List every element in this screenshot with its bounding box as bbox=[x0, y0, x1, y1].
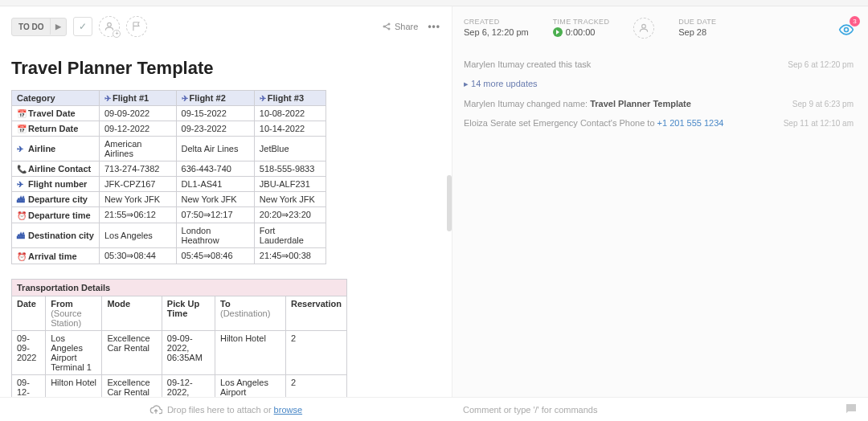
cell[interactable]: 05:30⇒08:44 bbox=[99, 248, 176, 264]
status-button[interactable]: TO DO ▶ bbox=[11, 18, 67, 36]
row-label: 📅Travel Date bbox=[12, 106, 100, 121]
cell[interactable]: 21:45⇒00:38 bbox=[254, 248, 326, 264]
table-row: 🏙Destination cityLos AngelesLondon Heath… bbox=[12, 223, 326, 248]
activity-text: Marylen Itumay changed name: Travel Plan… bbox=[464, 99, 691, 108]
activity-text: Eloiza Serate set Emergency Contact's Ph… bbox=[464, 118, 723, 128]
watch-badge: 3 bbox=[850, 16, 860, 27]
cell[interactable]: 10-08-2022 bbox=[254, 106, 326, 121]
row-label: 🏙Destination city bbox=[12, 223, 100, 248]
col-flight-1: ✈Flight #1 bbox=[99, 91, 176, 106]
cell[interactable]: 09-12-2022 bbox=[99, 121, 176, 137]
trans-title: Transportation Details bbox=[12, 280, 347, 296]
cell[interactable]: JBU-ALF231 bbox=[254, 177, 326, 192]
play-icon[interactable] bbox=[553, 27, 563, 37]
task-content-pane: TO DO ▶ ✓ + Share ••• Travel Planner Tem… bbox=[0, 6, 452, 421]
svg-point-1 bbox=[383, 26, 385, 27]
cell[interactable]: JetBlue bbox=[254, 137, 326, 161]
tracked-value: 0:00:00 bbox=[566, 27, 596, 37]
cell[interactable]: Fort Lauderdale bbox=[254, 223, 326, 248]
tracked-label: TIME TRACKED bbox=[553, 18, 609, 26]
cell[interactable]: 09-15-2022 bbox=[176, 106, 254, 121]
more-menu-button[interactable]: ••• bbox=[428, 21, 440, 32]
plane-icon: ✈ bbox=[182, 94, 188, 103]
svg-point-0 bbox=[108, 22, 112, 27]
cell[interactable]: 2 bbox=[285, 331, 346, 375]
share-button[interactable]: Share bbox=[382, 22, 418, 31]
comment-input[interactable]: Comment or type '/' for commands bbox=[452, 397, 868, 421]
cell[interactable]: 07:50⇒12:17 bbox=[176, 207, 254, 223]
cell[interactable]: Hilton Hotel bbox=[215, 331, 285, 375]
share-label: Share bbox=[395, 22, 418, 31]
cell[interactable]: 713-274-7382 bbox=[99, 161, 176, 177]
activity-timestamp: Sep 9 at 6:23 pm bbox=[792, 100, 854, 108]
cloud-upload-icon bbox=[149, 403, 162, 416]
meta-time-tracked: TIME TRACKED 0:00:00 bbox=[553, 18, 609, 37]
col-reservation: Reservation bbox=[285, 296, 346, 331]
cell[interactable]: Los Angeles bbox=[99, 223, 176, 248]
cell[interactable]: New York JFK bbox=[254, 192, 326, 207]
comment-placeholder: Comment or type '/' for commands bbox=[463, 405, 597, 415]
cell[interactable]: 21:55⇒06:12 bbox=[99, 207, 176, 223]
due-value: Sep 28 bbox=[678, 27, 716, 37]
plane-icon: ✈ bbox=[260, 94, 266, 103]
col-to: To (Destination) bbox=[215, 296, 285, 331]
cell[interactable]: 10-14-2022 bbox=[254, 121, 326, 137]
col-date: Date bbox=[12, 296, 46, 331]
cell[interactable]: 636-443-740 bbox=[176, 161, 254, 177]
priority-flag-button[interactable] bbox=[126, 16, 147, 37]
cell[interactable]: New York JFK bbox=[99, 192, 176, 207]
table-row: ⏰Arrival time05:30⇒08:4405:45⇒08:4621:45… bbox=[12, 248, 326, 264]
chat-icon bbox=[844, 402, 858, 416]
row-label: 📞Airline Contact bbox=[12, 161, 100, 177]
meta-due-date: DUE DATE Sep 28 bbox=[678, 18, 716, 37]
cell[interactable]: Excellence Car Rental bbox=[102, 331, 162, 375]
table-row: 09-09-2022Los Angeles Airport Terminal 1… bbox=[12, 331, 347, 375]
status-dropdown-arrow[interactable]: ▶ bbox=[50, 18, 66, 35]
cell[interactable]: 20:20⇒23:20 bbox=[254, 207, 326, 223]
status-label: TO DO bbox=[12, 18, 50, 35]
activity-pane: CREATED Sep 6, 12:20 pm TIME TRACKED 0:0… bbox=[452, 6, 868, 421]
cell[interactable]: 09-23-2022 bbox=[176, 121, 254, 137]
table-row: 🏙Departure cityNew York JFKNew York JFKN… bbox=[12, 192, 326, 207]
activity-item: Eloiza Serate set Emergency Contact's Ph… bbox=[464, 113, 854, 133]
cell[interactable]: 05:45⇒08:46 bbox=[176, 248, 254, 264]
table-row: ✈Flight numberJFK-CPZ167DL1-AS41JBU-ALF2… bbox=[12, 177, 326, 192]
assignee-add-button[interactable]: + bbox=[99, 16, 120, 37]
watch-button[interactable]: 3 bbox=[836, 19, 857, 40]
svg-point-5 bbox=[845, 28, 849, 32]
complete-button[interactable]: ✓ bbox=[73, 17, 92, 36]
cell[interactable]: Los Angeles Airport Terminal 1 bbox=[46, 331, 102, 375]
col-mode: Mode bbox=[102, 296, 162, 331]
cell[interactable]: 09-09-2022, 06:35AM bbox=[162, 331, 215, 375]
cell[interactable]: 09-09-2022 bbox=[12, 331, 46, 375]
activity-timestamp: Sep 6 at 12:20 pm bbox=[788, 60, 854, 69]
cell[interactable]: 518-555-9833 bbox=[254, 161, 326, 177]
assignee-placeholder[interactable] bbox=[633, 18, 654, 39]
col-category: Category bbox=[12, 91, 100, 106]
task-title[interactable]: Travel Planner Template bbox=[0, 43, 452, 87]
activity-text: Marylen Itumay created this task bbox=[464, 59, 591, 69]
cell[interactable]: London Heathrow bbox=[176, 223, 254, 248]
activity-more-link[interactable]: ▸ 14 more updates bbox=[464, 74, 854, 94]
table-row: ✈AirlineAmerican AirlinesDelta Air Lines… bbox=[12, 137, 326, 161]
cell[interactable]: New York JFK bbox=[176, 192, 254, 207]
activity-timestamp: Sep 11 at 12:10 am bbox=[784, 119, 854, 128]
cell[interactable]: JFK-CPZ167 bbox=[99, 177, 176, 192]
cell[interactable]: 09-09-2022 bbox=[99, 106, 176, 121]
table-row: 📅Travel Date09-09-202209-15-202210-08-20… bbox=[12, 106, 326, 121]
attachment-dropzone[interactable]: Drop files here to attach or browse bbox=[0, 397, 452, 421]
task-toolbar: TO DO ▶ ✓ + Share ••• bbox=[0, 6, 452, 43]
cell[interactable]: American Airlines bbox=[99, 137, 176, 161]
row-label: 📅Return Date bbox=[12, 121, 100, 137]
svg-point-3 bbox=[388, 28, 390, 30]
flight-table: Category ✈Flight #1 ✈Flight #2 ✈Flight #… bbox=[11, 90, 326, 264]
svg-point-2 bbox=[388, 23, 390, 25]
row-label: ⏰Departure time bbox=[12, 207, 100, 223]
row-label: ✈Airline bbox=[12, 137, 100, 161]
col-flight-2: ✈Flight #2 bbox=[176, 91, 254, 106]
row-label: ✈Flight number bbox=[12, 177, 100, 192]
window-topbar bbox=[0, 0, 868, 6]
cell[interactable]: Delta Air Lines bbox=[176, 137, 254, 161]
browse-link[interactable]: browse bbox=[274, 405, 302, 415]
cell[interactable]: DL1-AS41 bbox=[176, 177, 254, 192]
